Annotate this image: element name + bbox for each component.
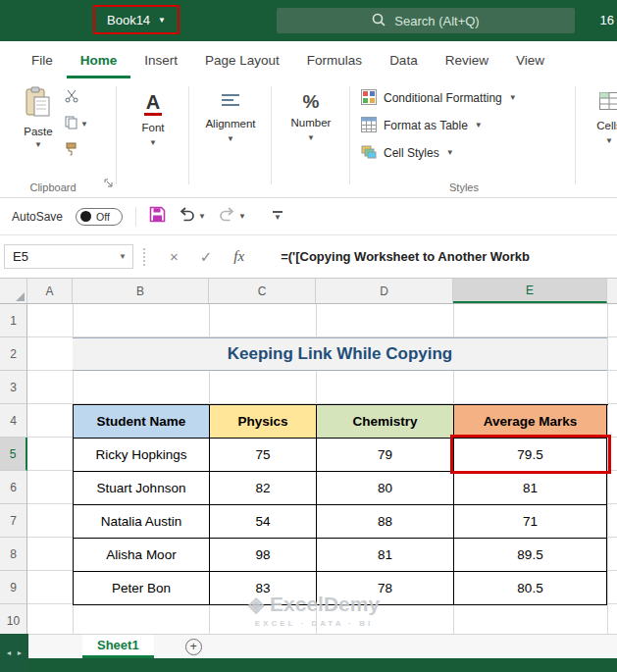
chevron-down-icon: ▼ (307, 134, 315, 142)
insert-function-button[interactable]: fx (233, 248, 244, 265)
formula-input[interactable]: =('[Copying Worksheet to Another Workb (281, 249, 617, 264)
sheet-nav-arrows[interactable]: ◄ ► (0, 634, 28, 672)
enter-check-icon[interactable]: ✓ (200, 248, 213, 266)
ribbon-group-divider (116, 86, 117, 184)
chevron-down-icon: ▼ (198, 213, 206, 221)
cell-C9[interactable]: 83 (210, 572, 317, 605)
table-row: Stuart Johnson 82 80 81 (74, 472, 608, 505)
clipboard-group-label: Clipboard (8, 181, 98, 193)
format-painter-icon (65, 142, 77, 160)
cell-E9[interactable]: 80.5 (454, 572, 607, 605)
tab-file[interactable]: File (18, 41, 67, 78)
row-header-8[interactable]: 8 (0, 538, 27, 571)
save-button[interactable] (149, 206, 166, 227)
format-painter-button[interactable] (65, 143, 88, 158)
number-group-button[interactable]: % Number ▼ (279, 92, 343, 142)
font-group-button[interactable]: A Font ▼ (124, 92, 182, 147)
cell-B7[interactable]: Natalia Austin (74, 505, 210, 539)
save-icon (149, 206, 166, 227)
column-header-d[interactable]: D (316, 279, 453, 303)
row-header-9[interactable]: 9 (0, 571, 27, 604)
font-icon: A (144, 92, 162, 116)
workbook-name-badge[interactable]: Book14 ▼ (93, 5, 180, 34)
cells-icon (599, 92, 617, 114)
cancel-icon[interactable]: × (170, 248, 179, 265)
cell-C7[interactable]: 54 (210, 505, 317, 539)
header-physics[interactable]: Physics (210, 405, 317, 439)
sheet-nav-left-icon: ◄ (6, 649, 13, 656)
cell-D7[interactable]: 88 (317, 505, 454, 539)
row-header-5[interactable]: 5 (0, 438, 27, 471)
copy-icon (65, 116, 77, 133)
column-header-c[interactable]: C (209, 279, 316, 303)
sheet-title-cell[interactable]: Keeping Link While Copying (73, 337, 607, 371)
cell-C8[interactable]: 98 (210, 539, 317, 572)
cell-B6[interactable]: Stuart Johnson (74, 472, 210, 505)
header-average-marks[interactable]: Average Marks (454, 405, 607, 439)
cell-D8[interactable]: 81 (317, 539, 454, 572)
alignment-group-button[interactable]: Alignment ▼ (196, 92, 265, 143)
cell-B8[interactable]: Alisha Moor (74, 539, 210, 572)
chevron-down-icon: ▼ (605, 137, 613, 145)
name-box[interactable]: E5 ▼ (4, 244, 133, 269)
row-header-7[interactable]: 7 (0, 504, 27, 538)
format-as-table-label: Format as Table (384, 119, 468, 132)
column-header-b[interactable]: B (73, 279, 209, 303)
column-header-a[interactable]: A (27, 279, 73, 303)
row-header-3[interactable]: 3 (0, 371, 27, 404)
row-header-1[interactable]: 1 (0, 304, 27, 337)
row-header-10[interactable]: 10 (0, 604, 27, 634)
search-icon (372, 13, 386, 29)
tab-view[interactable]: View (502, 41, 558, 78)
chevron-down-icon: ▼ (238, 213, 246, 221)
cell-E8[interactable]: 89.5 (454, 539, 607, 572)
cells-group-button[interactable]: Cells ▼ (585, 92, 617, 145)
row-header-4[interactable]: 4 (0, 404, 27, 438)
tab-page-layout[interactable]: Page Layout (191, 41, 293, 78)
tab-data[interactable]: Data (376, 41, 432, 78)
clipboard-dialog-launcher-icon[interactable] (104, 175, 114, 192)
tab-review[interactable]: Review (432, 41, 502, 78)
ribbon-group-divider (575, 86, 576, 184)
cell-E7[interactable]: 71 (454, 505, 607, 539)
cell-C5[interactable]: 75 (210, 439, 317, 472)
search-input[interactable]: Search (Alt+Q) (277, 8, 575, 33)
tab-formulas[interactable]: Formulas (293, 41, 376, 78)
cell-styles-button[interactable]: Cell Styles ▼ (361, 139, 569, 167)
header-student-name[interactable]: Student Name (74, 405, 210, 439)
redo-button[interactable]: ▼ (219, 207, 246, 226)
undo-button[interactable]: ▼ (179, 207, 206, 226)
tab-home[interactable]: Home (67, 41, 131, 78)
cell-D5[interactable]: 79 (317, 439, 454, 472)
cut-button[interactable] (65, 90, 88, 105)
cell-E6[interactable]: 81 (454, 472, 607, 505)
row-header-6[interactable]: 6 (0, 471, 27, 504)
customize-toolbar-button[interactable]: ▼ (273, 211, 283, 222)
copy-button[interactable]: ▼ (65, 117, 88, 131)
conditional-formatting-button[interactable]: Conditional Formatting ▼ (361, 84, 569, 112)
cells-group-label: Cells (596, 120, 617, 131)
cell-D6[interactable]: 80 (317, 472, 454, 505)
column-headers: A B C D E (0, 279, 617, 304)
format-as-table-button[interactable]: Format as Table ▼ (361, 112, 569, 139)
column-header-e[interactable]: E (453, 279, 607, 303)
autosave-toggle[interactable]: Off (76, 208, 123, 226)
conditional-formatting-icon (361, 89, 377, 108)
cell-C6[interactable]: 82 (210, 472, 317, 505)
ribbon-tab-strip: File Home Insert Page Layout Formulas Da… (0, 41, 617, 78)
add-sheet-button[interactable]: + (185, 639, 202, 655)
header-chemistry[interactable]: Chemistry (317, 405, 454, 439)
cell-B5[interactable]: Ricky Hopkings (74, 439, 210, 472)
scissors-icon (65, 89, 78, 107)
row-header-2[interactable]: 2 (0, 337, 27, 371)
paste-button[interactable]: Paste ▼ (16, 86, 61, 149)
cell-B9[interactable]: Peter Bon (74, 572, 210, 605)
chevron-down-icon: ▼ (158, 16, 166, 25)
workbook-name: Book14 (107, 13, 150, 27)
select-all-corner[interactable] (0, 279, 27, 303)
ribbon-group-divider (188, 86, 189, 184)
cell-D9[interactable]: 78 (317, 572, 454, 605)
tab-insert[interactable]: Insert (130, 41, 191, 78)
cell-styles-label: Cell Styles (384, 146, 439, 160)
sheet-tab-sheet1[interactable]: Sheet1 (82, 635, 154, 658)
